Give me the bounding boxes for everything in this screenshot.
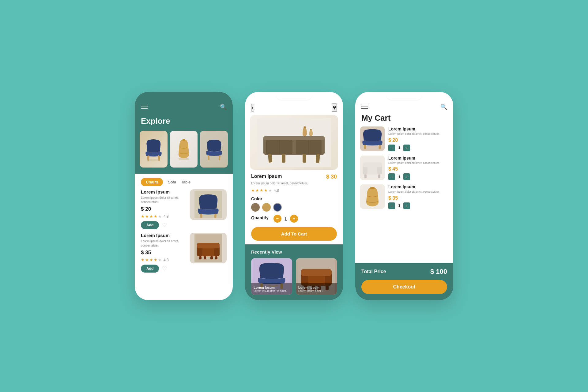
cart-item-2-price: $ 45 bbox=[388, 166, 448, 172]
cart-item-2-decrease[interactable]: − bbox=[388, 173, 395, 180]
add-button-1[interactable]: Add bbox=[141, 221, 159, 229]
cart-item-1-price: $ 20 bbox=[388, 138, 448, 143]
heart-button[interactable]: ♥ bbox=[332, 104, 337, 112]
recently-view-items: Lorem Ipsum Lorem ipsum dolor is amet. bbox=[251, 258, 337, 295]
recently-item-1[interactable]: Lorem Ipsum Lorem ipsum dolor is amet. bbox=[251, 258, 292, 295]
color-navy[interactable] bbox=[273, 203, 282, 212]
cart-item-3-desc: Lorem ipsum dolor sit amet, consectetuer… bbox=[388, 190, 448, 194]
cart-item-1: Lorem Ipsum Lorem ipsum dolor sit amet, … bbox=[360, 126, 448, 151]
cart-item-3-decrease[interactable]: − bbox=[388, 202, 395, 209]
cart-item-1-qty: − 1 + bbox=[388, 145, 448, 151]
svg-rect-48 bbox=[364, 145, 366, 149]
product-2-info: Lorem Ipsum Lorem ipsum dolor sit amet, … bbox=[141, 233, 187, 273]
svg-rect-29 bbox=[268, 154, 272, 163]
detail-product-name: Lorem Ipsum bbox=[251, 174, 282, 179]
svg-rect-11 bbox=[214, 214, 217, 218]
search-icon[interactable]: 🔍 bbox=[220, 104, 227, 110]
detail-name-price: Lorem Ipsum $ 30 bbox=[251, 174, 337, 180]
product-2-rating: 4.8 bbox=[164, 258, 169, 262]
cart-item-2-desc: Lorem ipsum dolor sit amet, consectetuer… bbox=[388, 161, 448, 165]
recently-item-2[interactable]: Lorem Ipsum Lorem ipsum dolor i bbox=[296, 258, 337, 295]
vase-illustration bbox=[176, 137, 191, 161]
cart-item-1-details: Lorem Ipsum Lorem ipsum dolor sit amet, … bbox=[388, 126, 448, 151]
svg-rect-42 bbox=[301, 269, 332, 276]
color-section: Color bbox=[251, 196, 337, 212]
svg-rect-31 bbox=[303, 154, 306, 163]
svg-point-58 bbox=[370, 187, 375, 189]
hero-images bbox=[135, 131, 233, 174]
svg-point-34 bbox=[310, 129, 312, 130]
back-button[interactable]: ‹ bbox=[251, 104, 254, 111]
chair-illustration-2 bbox=[203, 137, 225, 161]
detail-product-image bbox=[250, 115, 338, 170]
hamburger-icon[interactable] bbox=[141, 105, 148, 109]
notch-3 bbox=[386, 92, 423, 100]
cart-items-list: Lorem Ipsum Lorem ipsum dolor sit amet, … bbox=[355, 126, 453, 263]
svg-rect-20 bbox=[210, 256, 213, 259]
cart-item-3-image bbox=[360, 184, 385, 209]
detail-product-desc: Lorem ipsum dolor sit amet, consectetuer… bbox=[251, 181, 337, 186]
recently-1-name: Lorem Ipsum bbox=[254, 286, 290, 289]
svg-point-33 bbox=[303, 126, 306, 128]
recently-2-desc: Lorem ipsum dolor i bbox=[298, 289, 334, 292]
cart-item-3: Lorem Ipsum Lorem ipsum dolor sit amet, … bbox=[360, 184, 448, 209]
hero-image-2 bbox=[170, 131, 198, 168]
category-table[interactable]: Table bbox=[181, 180, 190, 184]
color-label: Color bbox=[251, 196, 337, 201]
cart-item-2-increase[interactable]: + bbox=[403, 173, 410, 180]
add-to-cart-button[interactable]: Add To Cart bbox=[251, 227, 337, 241]
cart-title: My Cart bbox=[355, 113, 453, 126]
recently-view-title: Recently View bbox=[251, 249, 337, 254]
cart-item-3-qty: − 1 + bbox=[388, 202, 448, 209]
hero-image-3 bbox=[200, 131, 228, 168]
add-button-2[interactable]: Add bbox=[141, 265, 159, 273]
quantity-controls: − 1 + bbox=[273, 215, 298, 223]
product-1-image bbox=[190, 189, 227, 220]
cart-search-icon[interactable]: 🔍 bbox=[440, 104, 447, 110]
quantity-label: Quantity bbox=[251, 215, 269, 220]
color-brown[interactable] bbox=[251, 203, 260, 212]
cart-item-1-decrease[interactable]: − bbox=[388, 145, 395, 151]
detail-product-price: $ 30 bbox=[326, 174, 337, 180]
detail-product-info: Lorem Ipsum $ 30 Lorem ipsum dolor sit a… bbox=[245, 174, 343, 223]
cart-item-1-increase[interactable]: + bbox=[403, 145, 410, 151]
svg-rect-54 bbox=[363, 162, 382, 167]
phone-detail: ‹ ♥ Lorem Ipsum $ 3 bbox=[245, 92, 343, 300]
product-1-actions: Add ♡ bbox=[141, 221, 187, 229]
notch-1 bbox=[165, 92, 202, 100]
cart-item-1-desc: Lorem ipsum dolor sit amet, consectetuer… bbox=[388, 132, 448, 136]
wishlist-button-2[interactable]: ♡ bbox=[162, 265, 167, 272]
category-sofa[interactable]: Sofa bbox=[168, 180, 176, 184]
svg-rect-8 bbox=[218, 155, 220, 160]
product-1-stars: ★ ★ ★ ★ ★ 4.8 bbox=[141, 214, 187, 219]
product-2-image bbox=[190, 233, 227, 263]
svg-point-0 bbox=[147, 159, 160, 161]
cart-item-2: Lorem Ipsum Lorem ipsum dolor sit amet, … bbox=[360, 156, 448, 180]
product-2-price: $ 35 bbox=[141, 250, 187, 256]
hero-image-1 bbox=[140, 131, 168, 168]
recently-2-name: Lorem Ipsum bbox=[298, 286, 334, 289]
qty-decrease-button[interactable]: − bbox=[273, 215, 281, 223]
cart-item-2-qty-value: 1 bbox=[398, 175, 400, 179]
cart-item-3-increase[interactable]: + bbox=[403, 202, 410, 209]
cart-item-3-name: Lorem Ipsum bbox=[388, 184, 448, 189]
product-2-stars: ★ ★ ★ ★ ★ 4.8 bbox=[141, 258, 187, 262]
phone-explore: 🔍 Explore bbox=[135, 92, 233, 300]
cart-hamburger-icon[interactable] bbox=[361, 105, 368, 109]
wishlist-button-1[interactable]: ♡ bbox=[162, 222, 167, 228]
checkout-button[interactable]: Checkout bbox=[361, 280, 447, 294]
cart-item-2-details: Lorem Ipsum Lorem ipsum dolor sit amet, … bbox=[388, 156, 448, 180]
total-price-value: $ 100 bbox=[430, 268, 447, 276]
product-item-2: Lorem Ipsum Lorem ipsum dolor sit amet, … bbox=[135, 233, 233, 273]
product-2-name: Lorem Ipsum bbox=[141, 233, 187, 238]
qty-increase-button[interactable]: + bbox=[290, 215, 298, 223]
svg-point-6 bbox=[182, 139, 185, 141]
product-1-name: Lorem Ipsum bbox=[141, 189, 187, 194]
recently-view-section: Recently View Lorem Ipsum Lorem ipsum do… bbox=[245, 244, 343, 300]
color-gold[interactable] bbox=[262, 203, 271, 212]
category-chairs[interactable]: Chairs bbox=[141, 178, 163, 186]
detail-rating: 4.8 bbox=[274, 188, 279, 193]
quantity-section: Quantity − 1 + bbox=[251, 215, 337, 223]
product-1-price: $ 20 bbox=[141, 206, 187, 212]
svg-rect-17 bbox=[199, 256, 202, 259]
